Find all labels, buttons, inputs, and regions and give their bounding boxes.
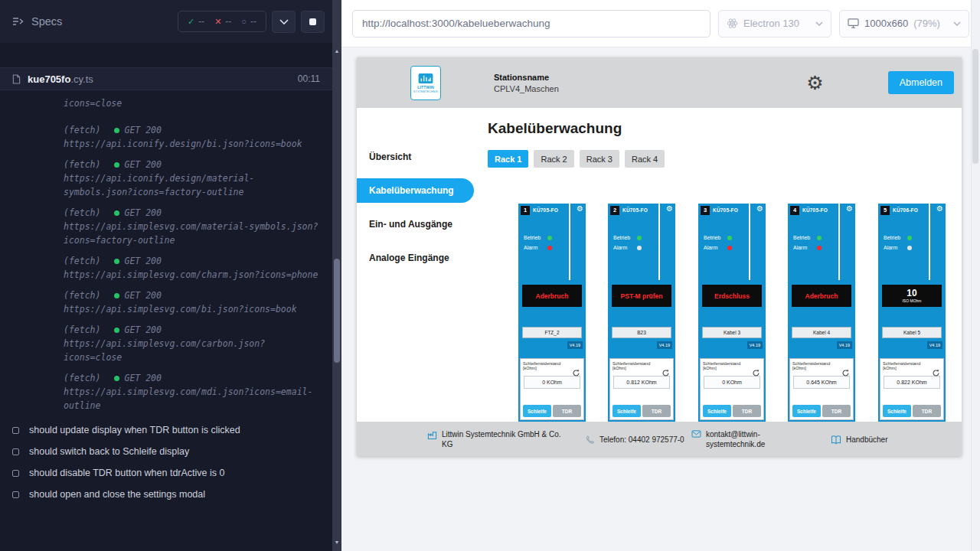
pending-circle-icon: ○ bbox=[241, 17, 247, 26]
betrieb-label: Betrieb bbox=[613, 235, 632, 240]
fetch-label: (fetch) bbox=[64, 256, 100, 266]
log-entry[interactable]: (fetch)GET 200 https://api.simplesvg.com… bbox=[64, 254, 318, 282]
tdr-button[interactable]: TDR bbox=[642, 405, 671, 417]
success-dot-icon bbox=[114, 259, 119, 264]
viewport-selector[interactable]: 1000x660 (79%) bbox=[839, 10, 969, 37]
stop-tests-button[interactable] bbox=[301, 11, 325, 33]
betrieb-led bbox=[907, 236, 912, 240]
spec-header[interactable]: kue705fo.cy.ts 00:11 bbox=[0, 67, 332, 90]
footer-email[interactable]: kontakt@littwin-systemtechnik.de bbox=[691, 429, 776, 449]
refresh-icon[interactable] bbox=[572, 369, 580, 377]
test-state-icon bbox=[12, 448, 19, 455]
reporter-header: Specs ✓-- ✕-- ○-- bbox=[0, 0, 332, 43]
status-value: 10 bbox=[906, 289, 916, 298]
card-divider bbox=[929, 204, 930, 280]
status-display: PST-M prüfen bbox=[612, 285, 671, 307]
fetch-url: https://api.simplesvg.com/mdi.json?icons… bbox=[64, 385, 318, 412]
fetch-status: GET 200 bbox=[124, 207, 161, 218]
schleife-button[interactable]: Schleife bbox=[612, 405, 641, 417]
log-entry[interactable]: (fetch)GET 200 https://api.simplesvg.com… bbox=[64, 206, 318, 247]
specs-menu-button[interactable]: Specs bbox=[12, 15, 62, 28]
test-item[interactable]: should switch back to Schleife display bbox=[12, 441, 320, 462]
scroll-down-arrow-icon[interactable]: ▼ bbox=[332, 539, 341, 546]
nav-item-analoge-eingaenge[interactable]: Analoge Eingänge bbox=[357, 246, 475, 270]
nav-item-ein-und-ausgaenge[interactable]: Ein- und Ausgänge bbox=[357, 212, 475, 236]
device-gear-icon[interactable]: ⚙ bbox=[666, 205, 673, 213]
schleife-button[interactable]: Schleife bbox=[703, 405, 731, 417]
reporter-scrollbar[interactable]: ▲ ▼ bbox=[332, 0, 341, 551]
aut-pane: Electron 130 1000x660 (79%) LITTWIN SYST… bbox=[341, 0, 980, 551]
schleife-button[interactable]: Schleife bbox=[792, 405, 821, 417]
log-entry[interactable]: (fetch)GET 200 https://api.iconify.desig… bbox=[64, 123, 318, 151]
device-model: KÜ705-FO bbox=[533, 207, 558, 213]
footer-manuals-text: Handbücher bbox=[846, 434, 887, 444]
device-gear-icon[interactable]: ⚙ bbox=[756, 205, 763, 213]
refresh-icon[interactable] bbox=[662, 369, 670, 377]
status-text: Aderbruch bbox=[805, 292, 838, 300]
factory-icon bbox=[427, 430, 437, 440]
pending-stat: ○-- bbox=[241, 16, 256, 27]
log-url-fragment[interactable]: icons=close bbox=[64, 96, 318, 110]
schleife-button[interactable]: Schleife bbox=[523, 405, 551, 417]
settings-gear-icon[interactable]: ⚙ bbox=[806, 73, 823, 93]
measurement-value: 0.645 KOhm bbox=[793, 376, 850, 389]
command-log: icons=close (fetch)GET 200 https://api.i… bbox=[0, 90, 332, 412]
log-entry[interactable]: (fetch)GET 200 https://api.simplesvg.com… bbox=[64, 323, 318, 364]
page-scrollbar[interactable] bbox=[971, 0, 980, 551]
device-number-badge: 3 bbox=[701, 206, 710, 215]
footer-phone: Telefon: 04402 972577-0 bbox=[586, 434, 685, 444]
betrieb-label: Betrieb bbox=[524, 235, 542, 240]
tab-rack-2[interactable]: Rack 2 bbox=[534, 150, 573, 168]
logout-button[interactable]: Abmelden bbox=[888, 71, 954, 94]
footer-manuals[interactable]: Handbücher bbox=[831, 434, 887, 444]
device-gear-icon[interactable]: ⚙ bbox=[936, 205, 943, 213]
tab-rack-3[interactable]: Rack 3 bbox=[580, 150, 619, 168]
device-model: KÜ705-FO bbox=[713, 207, 738, 213]
schleife-button[interactable]: Schleife bbox=[883, 405, 911, 417]
measurement-value: 0.812 KOhm bbox=[613, 376, 670, 389]
test-item[interactable]: should disable TDR button when tdrActive… bbox=[12, 462, 320, 484]
scrollbar-thumb[interactable] bbox=[334, 259, 340, 363]
tab-rack-4[interactable]: Rack 4 bbox=[625, 150, 665, 168]
page-scrollbar-thumb[interactable] bbox=[972, 49, 978, 164]
chevron-down-icon bbox=[953, 21, 961, 26]
log-entry[interactable]: (fetch)GET 200 https://api.iconify.desig… bbox=[64, 158, 318, 199]
device-gear-icon[interactable]: ⚙ bbox=[846, 205, 853, 213]
nav-item-uebersicht[interactable]: Übersicht bbox=[357, 145, 475, 169]
browser-selector[interactable]: Electron 130 bbox=[718, 10, 831, 37]
tdr-button[interactable]: TDR bbox=[553, 405, 581, 417]
device-number-badge: 2 bbox=[610, 206, 619, 215]
app-sidebar: Übersicht Kabelüberwachung Ein- und Ausg… bbox=[357, 108, 475, 422]
log-entry[interactable]: (fetch)GET 200 https://api.simplesvg.com… bbox=[64, 289, 318, 316]
pending-tests-list: should update display when TDR button is… bbox=[0, 419, 332, 505]
log-entry[interactable]: (fetch)GET 200 https://api.simplesvg.com… bbox=[64, 371, 318, 412]
refresh-icon[interactable] bbox=[752, 369, 760, 377]
fetch-label: (fetch) bbox=[64, 159, 100, 170]
chevron-down-icon bbox=[279, 19, 289, 24]
tab-rack-1[interactable]: Rack 1 bbox=[488, 150, 528, 168]
test-title: should switch back to Schleife display bbox=[29, 446, 189, 457]
refresh-icon[interactable] bbox=[841, 369, 850, 377]
measurement-panel: Schleifenwiderstand [kOhm] 0.822 KOhm Sc… bbox=[880, 358, 944, 420]
stop-icon bbox=[309, 18, 316, 25]
tdr-button[interactable]: TDR bbox=[822, 405, 851, 417]
success-dot-icon bbox=[114, 376, 119, 381]
tdr-button[interactable]: TDR bbox=[733, 405, 761, 417]
test-item[interactable]: should open and close the settings modal bbox=[12, 484, 320, 505]
scroll-up-arrow-icon[interactable]: ▲ bbox=[332, 47, 341, 55]
specs-label: Specs bbox=[31, 15, 62, 28]
url-input[interactable] bbox=[352, 10, 710, 37]
test-title: should update display when TDR button is… bbox=[29, 425, 240, 435]
card-divider bbox=[658, 204, 660, 280]
tdr-button[interactable]: TDR bbox=[913, 405, 941, 417]
fetch-status: GET 200 bbox=[124, 373, 161, 383]
device-cards: 1KÜ705-FO ⚙ Betrieb Alarm Aderbruch bbox=[518, 204, 947, 422]
test-stats: ✓-- ✕-- ○-- bbox=[178, 11, 266, 32]
spec-file-icon bbox=[12, 74, 21, 84]
device-gear-icon[interactable]: ⚙ bbox=[577, 205, 583, 213]
test-item[interactable]: should update display when TDR button is… bbox=[12, 419, 320, 441]
cable-name: Kabel 5 bbox=[882, 327, 942, 338]
collapse-button[interactable] bbox=[272, 11, 296, 33]
refresh-icon[interactable] bbox=[932, 369, 940, 377]
nav-item-kabelueberwachung[interactable]: Kabelüberwachung bbox=[357, 178, 474, 203]
